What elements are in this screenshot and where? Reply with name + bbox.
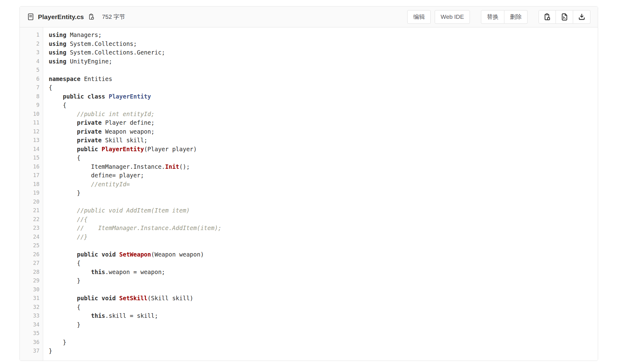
code-line: public void SetWeapon(Weapon weapon) (49, 250, 598, 259)
line-number[interactable]: 5 (20, 66, 39, 75)
line-number[interactable]: 22 (20, 215, 39, 224)
line-number[interactable]: 24 (20, 233, 39, 241)
file-icon-actions-group (539, 10, 590, 24)
code-line: private Weapon weapon; (49, 127, 598, 136)
line-number[interactable]: 9 (20, 101, 39, 110)
code-line: //} (49, 233, 598, 241)
line-number[interactable]: 33 (20, 311, 39, 320)
code-line: this.skill = skill; (49, 311, 598, 320)
line-number[interactable]: 12 (20, 127, 39, 136)
copy-file-contents-button[interactable] (539, 10, 556, 24)
line-number[interactable]: 7 (20, 83, 39, 92)
code-line: namespace Entities (49, 75, 598, 83)
code-line: ItemManager.Instance.Init(); (49, 162, 598, 171)
line-number[interactable]: 4 (20, 57, 39, 66)
edit-button[interactable]: 编辑 (407, 10, 431, 24)
line-number[interactable]: 31 (20, 294, 39, 303)
line-number[interactable]: 14 (20, 145, 39, 154)
code-line: using UnityEngine; (49, 57, 598, 66)
code-line: private Skill skill; (49, 136, 598, 145)
delete-button[interactable]: 删除 (504, 10, 528, 24)
copy-file-contents-icon (544, 13, 551, 21)
line-number[interactable]: 35 (20, 329, 39, 338)
code-line: using System.Collections.Generic; (49, 48, 598, 57)
line-number[interactable]: 34 (20, 320, 39, 329)
code-line (49, 66, 598, 75)
line-number[interactable]: 20 (20, 197, 39, 206)
line-number[interactable]: 27 (20, 259, 39, 268)
open-raw-button[interactable] (556, 10, 573, 24)
copy-clipboard-icon (88, 14, 95, 20)
code-line: { (49, 101, 598, 110)
line-number[interactable]: 15 (20, 153, 39, 162)
code-line: this.weapon = weapon; (49, 268, 598, 277)
code-line: //{ (49, 215, 598, 224)
code-line: } (49, 320, 598, 329)
line-number[interactable]: 13 (20, 136, 39, 145)
line-number[interactable]: 32 (20, 303, 39, 312)
line-number[interactable]: 36 (20, 338, 39, 347)
code-line: using System.Collections; (49, 39, 598, 48)
code-line (49, 197, 598, 206)
line-number[interactable]: 28 (20, 268, 39, 277)
file-actions: 编辑 Web IDE 替换 删除 (407, 10, 590, 24)
line-number[interactable]: 11 (20, 118, 39, 127)
file-document-icon (27, 13, 34, 20)
download-button[interactable] (573, 10, 590, 24)
code-blob: 1234567891011121314151617181920212223242… (20, 27, 598, 361)
code-line: //public int entityId; (49, 110, 598, 119)
code-line: public void SetSkill(Skill skill) (49, 294, 598, 303)
web-ide-button[interactable]: Web IDE (435, 10, 470, 24)
code-line: public class PlayerEntity (49, 92, 598, 101)
file-title-group: PlayerEntity.cs 752 字节 (27, 13, 125, 21)
line-number[interactable]: 29 (20, 276, 39, 285)
code-line: { (49, 83, 598, 92)
line-number[interactable]: 6 (20, 75, 39, 83)
line-number[interactable]: 23 (20, 224, 39, 233)
code-pane: using Managers;using System.Collections;… (43, 27, 598, 361)
file-size: 752 字节 (102, 13, 125, 21)
code-line (49, 241, 598, 250)
line-number[interactable]: 21 (20, 206, 39, 215)
code-line: using Managers; (49, 30, 598, 39)
line-number[interactable]: 37 (20, 346, 39, 355)
replace-button[interactable]: 替换 (481, 10, 504, 24)
line-number[interactable]: 2 (20, 39, 39, 48)
line-number[interactable]: 19 (20, 188, 39, 197)
open-raw-icon (561, 13, 568, 21)
code-line: } (49, 276, 598, 285)
file-header: PlayerEntity.cs 752 字节 编辑 Web IDE 替换 删除 (20, 6, 598, 27)
code-line: public PlayerEntity(Player player) (49, 145, 598, 154)
download-icon (578, 13, 585, 21)
code-line: } (49, 338, 598, 347)
code-line: //public void AddItem(Item item) (49, 206, 598, 215)
code-line: } (49, 188, 598, 197)
file-viewer-panel: PlayerEntity.cs 752 字节 编辑 Web IDE 替换 删除 (19, 6, 598, 361)
code-line: } (49, 346, 598, 355)
line-number[interactable]: 18 (20, 180, 39, 189)
code-line: private Player define; (49, 118, 598, 127)
code-line: { (49, 153, 598, 162)
code-line (49, 329, 598, 338)
line-number[interactable]: 1 (20, 30, 39, 39)
replace-delete-group: 替换 删除 (481, 10, 528, 24)
file-name: PlayerEntity.cs (38, 13, 84, 21)
code-line: //entityId= (49, 180, 598, 189)
line-number[interactable]: 25 (20, 241, 39, 250)
line-number[interactable]: 3 (20, 48, 39, 57)
code-line: // ItemManager.Instance.AddItem(item); (49, 224, 598, 233)
code-line: define= player; (49, 171, 598, 180)
code-line: { (49, 259, 598, 268)
line-number-gutter: 1234567891011121314151617181920212223242… (20, 27, 43, 361)
line-number[interactable]: 30 (20, 285, 39, 294)
line-number[interactable]: 8 (20, 92, 39, 101)
copy-file-path-button[interactable] (88, 13, 95, 21)
line-number[interactable]: 26 (20, 250, 39, 259)
code-line: { (49, 303, 598, 312)
line-number[interactable]: 17 (20, 171, 39, 180)
line-number[interactable]: 16 (20, 162, 39, 171)
line-number[interactable]: 10 (20, 110, 39, 119)
code-line (49, 285, 598, 294)
